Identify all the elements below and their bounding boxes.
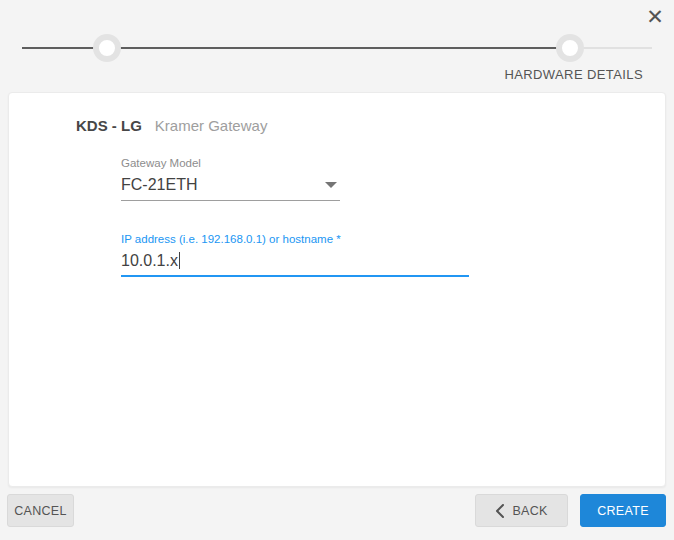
stepper-step-2-circle[interactable] bbox=[556, 34, 584, 62]
back-button-label: BACK bbox=[512, 504, 547, 518]
cancel-button[interactable]: CANCEL bbox=[7, 494, 74, 527]
device-name: KDS - LG bbox=[76, 117, 142, 134]
gateway-model-select[interactable]: FC-21ETH bbox=[121, 175, 340, 201]
card-header: KDS - LGKramer Gateway bbox=[76, 117, 267, 134]
hardware-details-card: KDS - LGKramer Gateway Gateway Model FC-… bbox=[8, 92, 666, 487]
ip-address-value: 10.0.1.x bbox=[121, 251, 178, 270]
hardware-details-dialog: ✕ HARDWARE DETAILS KDS - LGKramer Gatewa… bbox=[0, 0, 674, 540]
create-button[interactable]: CREATE bbox=[580, 494, 666, 527]
gateway-model-field: Gateway Model FC-21ETH bbox=[121, 157, 340, 201]
ip-address-input[interactable]: 10.0.1.x bbox=[121, 251, 469, 277]
gateway-model-value: FC-21ETH bbox=[121, 175, 197, 194]
device-type: Kramer Gateway bbox=[155, 117, 268, 134]
stepper-step-1-circle[interactable] bbox=[93, 34, 121, 62]
chevron-left-icon bbox=[495, 504, 504, 518]
back-button[interactable]: BACK bbox=[475, 494, 568, 527]
stepper-step-label: HARDWARE DETAILS bbox=[504, 67, 643, 82]
close-icon[interactable]: ✕ bbox=[640, 2, 670, 32]
ip-address-field: IP address (i.e. 192.168.0.1) or hostnam… bbox=[121, 233, 469, 277]
ip-address-label: IP address (i.e. 192.168.0.1) or hostnam… bbox=[121, 233, 469, 245]
text-cursor bbox=[179, 252, 180, 269]
gateway-model-label: Gateway Model bbox=[121, 157, 340, 169]
dropdown-arrow-icon bbox=[325, 182, 337, 188]
